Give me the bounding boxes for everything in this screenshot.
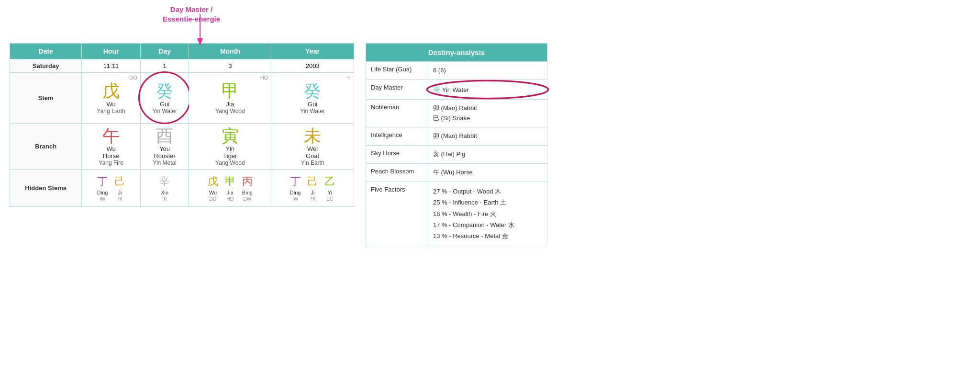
destiny-skyhorse-value: 亥 (Hai) Pig [428,146,547,164]
hidden-month-2-name: Bing [242,190,253,195]
stem-hour-name: Wu [87,101,135,108]
hidden-year-2-name: Yi [328,190,332,195]
svg-marker-1 [197,38,203,46]
hidden-hour-0-code: IW [100,196,105,202]
stem-day-name: Gui [160,101,169,108]
hidden-day-0-code: IR [162,196,167,202]
date-year: 2003 [271,59,354,73]
branch-hour-cell: 午 Wu Horse Yang Fire [82,123,140,170]
hidden-year-cell: 丁 Ding IW 己 Ji 7K 乙 Yi EG [271,170,354,207]
hidden-stems-row: Hidden Stems 丁 Ding IW 己 Ji 7K [10,170,354,207]
stem-year-element: Yin Water [276,108,349,114]
destiny-fivefactors-value: 27 % - Output - Wood 木 25 % - Influence … [428,182,547,246]
col-header-date: Date [10,44,82,59]
date-month: 3 [189,59,271,73]
destiny-fivefactors-row: Five Factors 27 % - Output - Wood 木 25 %… [366,182,547,246]
annotation-line1: Day Master / [170,5,212,13]
stem-month-element: Yang Wood [194,108,266,114]
destiny-nobleman-value: 卯 (Mao) Rabbit巳 (Si) Snake [428,99,547,127]
stem-year-name: Gui [276,101,349,108]
date-day: 1 [140,59,189,73]
destiny-daymaster-label: Day Master [366,80,428,99]
col-header-hour: Hour [82,44,140,59]
bazi-table: Date Hour Day Month Year Saturday 11:11 … [10,43,354,207]
hidden-day-cell: 辛 Xin IR [140,170,189,207]
hidden-hour-1-code: 7K [117,196,122,202]
hidden-year-0-name: Ding [290,190,301,195]
branch-month-sub: Tiger [194,152,266,160]
destiny-title: Destiny-analysis [366,44,547,62]
hidden-month-cell: 戊 Wu DO 甲 Jia HO 丙 Bing DW [189,170,271,207]
branch-year-char: 未 [276,126,349,146]
destiny-daymaster-value: 癸 Yin Water [428,80,547,99]
stem-month-cell: HO 甲 Jia Yang Wood [189,73,271,124]
date-label: Saturday [10,59,82,73]
destiny-daymaster-row: Day Master 癸 Yin Water [366,80,547,99]
stem-day-wrapper: 癸 Gui Yin Water [152,81,177,114]
hidden-hour-cell: 丁 Ding IW 己 Ji 7K [82,170,140,207]
hidden-hour-1-char: 己 [114,174,125,189]
hidden-year-2-char: 乙 [324,174,335,189]
stem-hour-code: DO [129,75,137,80]
branch-month-char: 寅 [194,126,266,146]
branch-hour-sub: Horse [87,152,135,160]
hidden-day-0-char: 辛 [159,174,170,189]
hidden-hour-1-name: Ji [118,190,122,195]
hidden-year-1-code: 7K [310,196,315,202]
branch-month-cell: 寅 Yin Tiger Yang Wood [189,123,271,170]
hidden-hour-0-name: Ding [97,190,108,195]
stem-year-cell: F 癸 Gui Yin Water [271,73,354,124]
branch-month-name: Yin [194,145,266,152]
hidden-month-1-char: 甲 [225,174,235,189]
hidden-month-1-code: HO [226,196,234,202]
destiny-lifestar-row: Life Star (Gua) 6 (6) [366,62,547,80]
branch-year-element: Yin Earth [276,160,349,166]
branch-row: Branch 午 Wu Horse Yang Fire 酉 You Rooste… [10,123,354,170]
hidden-year-1-char: 己 [307,174,318,189]
hidden-month-0-name: Wu [209,190,217,195]
date-row: Saturday 11:11 1 3 2003 [10,59,354,73]
destiny-peachblossom-label: Peach Blossom [366,163,428,182]
branch-label: Branch [10,123,82,170]
hidden-hour-0-char: 丁 [97,174,108,189]
stem-year-char: 癸 [276,81,349,101]
hidden-year-0-char: 丁 [290,174,301,189]
col-header-year: Year [271,44,354,59]
destiny-table: Destiny-analysis Life Star (Gua) 6 (6) D… [366,43,547,246]
destiny-fivefactors-label: Five Factors [366,182,428,246]
stem-month-code: HO [260,75,268,80]
date-hour: 11:11 [82,59,140,73]
stem-hour-cell: DO 戊 Wu Yang Earth [82,73,140,124]
destiny-intelligence-label: Intelligence [366,127,428,146]
branch-hour-name: Wu [87,145,135,152]
stem-hour-element: Yang Earth [87,108,135,114]
hidden-month-0-char: 戊 [208,174,218,189]
hidden-month-2-char: 丙 [242,174,253,189]
branch-day-name: You [145,145,184,152]
destiny-skyhorse-row: Sky Horse 亥 (Hai) Pig [366,146,547,164]
hidden-year-0-code: IW [292,196,298,202]
stem-hour-char: 戊 [87,81,135,101]
destiny-peachblossom-value: 午 (Wu) Horse [428,163,547,182]
stem-day-element: Yin Water [152,108,177,114]
destiny-nobleman-label: Nobleman [366,99,428,127]
branch-hour-element: Yang Fire [87,160,135,166]
branch-hour-char: 午 [87,126,135,146]
hidden-year-2-code: EG [326,196,333,202]
branch-year-cell: 未 Wei Goat Yin Earth [271,123,354,170]
branch-day-sub: Rooster [145,152,184,160]
stem-day-cell: 癸 Gui Yin Water [140,73,189,124]
stem-year-code: F [347,75,351,80]
branch-day-cell: 酉 You Rooster Yin Metal [140,123,189,170]
branch-day-char: 酉 [145,126,184,146]
destiny-peachblossom-row: Peach Blossom 午 (Wu) Horse [366,163,547,182]
hidden-year-1-name: Ji [311,190,314,195]
col-header-month: Month [189,44,271,59]
branch-month-element: Yang Wood [194,160,266,166]
hidden-month-1-name: Jia [227,190,234,195]
hidden-month-2-code: DW [244,196,252,202]
destiny-intelligence-row: Intelligence 卯 (Mao) Rabbit [366,127,547,146]
destiny-intelligence-value: 卯 (Mao) Rabbit [428,127,547,146]
hidden-stems-label: Hidden Stems [10,170,82,207]
stem-month-char: 甲 [194,81,266,101]
